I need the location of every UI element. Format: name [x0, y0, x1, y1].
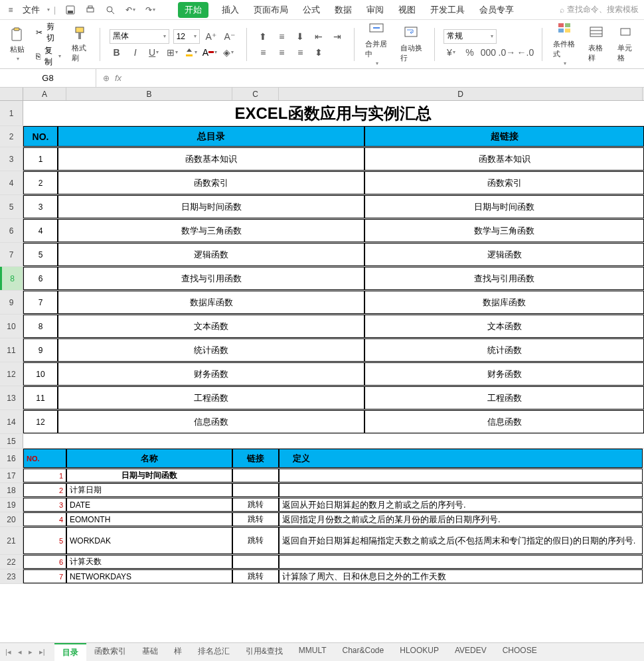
search-box[interactable]: ⌕ 查找命令、搜索模板: [560, 4, 639, 15]
align-center-icon[interactable]: ≡: [274, 45, 289, 60]
row-header[interactable]: 15: [0, 434, 23, 448]
col-toc-header[interactable]: 总目录: [58, 126, 364, 147]
align-bottom-icon[interactable]: ⬇: [293, 29, 307, 44]
tab-review[interactable]: 审阅: [365, 1, 385, 19]
cell-no[interactable]: 5: [23, 243, 58, 266]
hamburger-icon[interactable]: ≡: [5, 5, 16, 15]
cell-link[interactable]: 财务函数: [364, 362, 644, 386]
row-header[interactable]: 1: [0, 101, 23, 125]
cell-no2[interactable]: 2: [23, 483, 66, 497]
row-header[interactable]: 7: [0, 243, 23, 266]
cell-name[interactable]: 计算天数: [66, 555, 232, 569]
col-header-d[interactable]: D: [279, 88, 643, 100]
distribute-icon[interactable]: ⬍: [311, 45, 326, 60]
comma-icon[interactable]: 000: [481, 45, 495, 60]
bold-icon[interactable]: B: [110, 45, 124, 60]
tab-data[interactable]: 数据: [333, 1, 353, 19]
auto-wrap-button[interactable]: 自动换行: [396, 23, 428, 66]
copy-button[interactable]: ⎘复制▾: [36, 45, 61, 68]
fx-icon[interactable]: fx: [115, 73, 121, 83]
cell-no[interactable]: 7: [23, 291, 58, 314]
cell-toc[interactable]: 信息函数: [58, 410, 364, 433]
cell-toc[interactable]: 日期与时间函数: [58, 195, 364, 218]
cell-no[interactable]: 6: [23, 267, 58, 290]
decrease-decimal-icon[interactable]: ←.0: [518, 45, 532, 60]
cut-button[interactable]: ✂剪切: [36, 21, 61, 44]
cell-toc[interactable]: 函数索引: [58, 171, 364, 194]
row-header[interactable]: 3: [0, 147, 23, 171]
col-header-a[interactable]: A: [23, 88, 66, 100]
tab-insert[interactable]: 插入: [220, 1, 240, 19]
cell-link[interactable]: 数学与三角函数: [364, 219, 644, 242]
cell-name[interactable]: 日期与时间函数: [66, 469, 232, 482]
row-header[interactable]: 19: [0, 498, 23, 512]
cell-no[interactable]: 3: [23, 195, 58, 218]
font-size-select[interactable]: 12▾: [173, 29, 200, 44]
italic-icon[interactable]: I: [128, 45, 143, 60]
cell-style-button[interactable]: 单元格: [613, 23, 639, 66]
cell-no[interactable]: 12: [23, 410, 58, 433]
cell-def[interactable]: [279, 469, 643, 482]
cell-no[interactable]: 9: [23, 338, 58, 362]
align-middle-icon[interactable]: ≡: [274, 29, 289, 44]
row-header[interactable]: 14: [0, 410, 23, 433]
cell-link[interactable]: 统计函数: [364, 338, 644, 362]
row-header[interactable]: 18: [0, 483, 23, 497]
cell-toc[interactable]: 统计函数: [58, 338, 364, 362]
row-header[interactable]: 12: [0, 362, 23, 386]
row-header[interactable]: 16: [0, 449, 23, 468]
decrease-font-icon[interactable]: A⁻: [222, 29, 237, 44]
percent-icon[interactable]: %: [462, 45, 477, 60]
cell-toc[interactable]: 逻辑函数: [58, 243, 364, 266]
indent-decrease-icon[interactable]: ⇤: [311, 29, 326, 44]
cell-no2[interactable]: 6: [23, 555, 66, 569]
tab-view[interactable]: 视图: [397, 1, 417, 19]
col-def-header2[interactable]: 定义: [279, 449, 643, 468]
cell-def[interactable]: [279, 555, 643, 569]
tab-member[interactable]: 会员专享: [478, 1, 515, 19]
cell-def[interactable]: 计算除了周六、日和休息日之外的工作天数: [279, 569, 643, 583]
row-header[interactable]: 4: [0, 171, 23, 194]
cell-link[interactable]: 函数基本知识: [364, 147, 644, 171]
align-left-icon[interactable]: ≡: [256, 45, 270, 60]
cell-link[interactable]: 工程函数: [364, 386, 644, 409]
number-format-select[interactable]: 常规▾: [443, 29, 497, 44]
row-header[interactable]: 11: [0, 338, 23, 362]
currency-icon[interactable]: ¥▾: [443, 45, 458, 60]
sheet-title[interactable]: EXCEL函数应用与实例汇总: [23, 101, 643, 125]
cell-link2[interactable]: 跳转: [232, 527, 279, 554]
row-header[interactable]: 23: [0, 569, 23, 583]
cell-link[interactable]: 逻辑函数: [364, 243, 644, 266]
zoom-icon[interactable]: ⊕: [103, 74, 110, 83]
tab-page-layout[interactable]: 页面布局: [252, 1, 289, 19]
cell-name[interactable]: 计算日期: [66, 483, 232, 497]
preview-icon[interactable]: [105, 5, 116, 15]
file-dropdown-icon[interactable]: ▾: [47, 7, 50, 13]
indent-increase-icon[interactable]: ⇥: [330, 29, 345, 44]
cell-link[interactable]: 文本函数: [364, 315, 644, 338]
empty-cell[interactable]: [23, 434, 643, 448]
cell-no2[interactable]: 5: [23, 527, 66, 554]
cell-no2[interactable]: 1: [23, 469, 66, 482]
format-painter-button[interactable]: 格式刷: [68, 23, 93, 66]
cell-def[interactable]: 返回从开始日期算起的数月之前或之后的序列号.: [279, 498, 643, 512]
save-icon[interactable]: [65, 5, 76, 15]
cell-toc[interactable]: 财务函数: [58, 362, 364, 386]
col-name-header2[interactable]: 名称: [66, 449, 232, 468]
cell-link[interactable]: 日期与时间函数: [364, 195, 644, 218]
align-right-icon[interactable]: ≡: [293, 45, 307, 60]
row-header[interactable]: 9: [0, 291, 23, 314]
cell-def[interactable]: [279, 483, 643, 497]
cell-link2[interactable]: 跳转: [232, 498, 279, 512]
row-header[interactable]: 10: [0, 315, 23, 338]
cell-link[interactable]: 信息函数: [364, 410, 644, 433]
cell-def[interactable]: 返回指定月份数之前或之后的某月份的最后的日期序列号.: [279, 512, 643, 526]
cell-link[interactable]: 查找与引用函数: [364, 267, 644, 290]
table-style-button[interactable]: 表格样: [584, 23, 609, 66]
col-header-b[interactable]: B: [66, 88, 232, 100]
cell-no[interactable]: 10: [23, 362, 58, 386]
row-header[interactable]: 17: [0, 469, 23, 482]
font-color-icon[interactable]: A▾: [202, 45, 217, 60]
cell-name[interactable]: DATE: [66, 498, 232, 512]
select-all-corner[interactable]: [0, 88, 23, 100]
